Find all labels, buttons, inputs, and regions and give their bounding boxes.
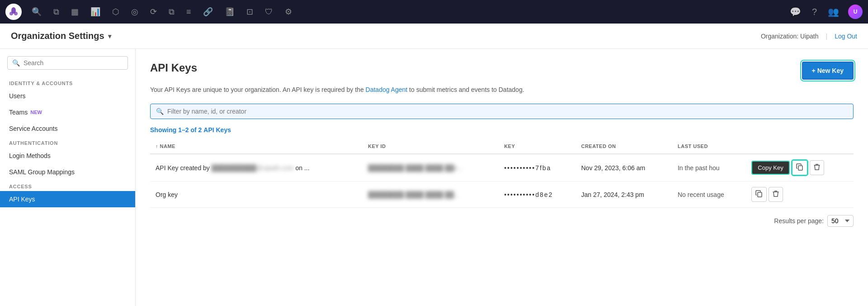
svg-point-2	[9, 12, 13, 15]
sidebar: 🔍 IDENTITY & ACCOUNTS Users Teams NEW Se…	[0, 49, 136, 306]
search-icon[interactable]: 🔍	[30, 5, 43, 19]
showing-range: 1–2	[178, 126, 190, 134]
filter-bar[interactable]: 🔍	[150, 104, 854, 119]
api-keys-table: NAME KEY ID KEY CREATED ON LAST USED API…	[150, 139, 854, 208]
logo[interactable]	[5, 4, 22, 20]
showing-text: Showing 1–2 of 2 API Keys	[150, 126, 854, 134]
main-title: API Keys	[150, 62, 197, 74]
top-navigation: 🔍 ⧉ ▦ 📊 ⬡ ◎ ⟳ ⧉ ≡ 🔗 📓 ⊡ 🛡 ⚙ 💬 ? 👥 U	[0, 0, 868, 24]
delete-key-button[interactable]	[810, 160, 824, 175]
notebook-icon[interactable]: 📓	[223, 5, 236, 19]
table-row: API Key created by ██████████@uipath.com…	[150, 154, 854, 182]
apm-icon[interactable]: ⟳	[148, 5, 159, 19]
copy-key-tooltip: Copy Key	[751, 161, 789, 175]
sidebar-item-label: API Keys	[9, 196, 35, 203]
sidebar-item-saml[interactable]: SAML Group Mappings	[0, 164, 135, 180]
sidebar-search-container[interactable]: 🔍	[7, 56, 128, 70]
security-icon[interactable]: 🛡	[263, 5, 275, 19]
config-icon[interactable]: ⚙	[283, 5, 294, 19]
per-page-select[interactable]: 10 25 50 100	[827, 215, 854, 227]
copy-key-button[interactable]	[751, 187, 767, 202]
sidebar-item-teams[interactable]: Teams NEW	[0, 104, 135, 120]
table-footer: Results per page: 10 25 50 100	[150, 215, 854, 227]
svg-point-3	[14, 12, 18, 15]
sidebar-item-service-accounts[interactable]: Service Accounts	[0, 120, 135, 137]
sidebar-search-icon: 🔍	[12, 59, 20, 67]
sidebar-item-label: Login Methods	[9, 152, 51, 159]
logout-button[interactable]: Log Out	[835, 33, 857, 40]
row1-key: ••••••••••7fba	[499, 154, 576, 182]
delete-key-button[interactable]	[769, 187, 783, 202]
description: Your API Keys are unique to your organiz…	[150, 85, 854, 95]
main-layout: 🔍 IDENTITY & ACCOUNTS Users Teams NEW Se…	[0, 49, 868, 306]
row2-key-id: ████████ ████ ████ ██...	[363, 182, 499, 208]
section-label-access: ACCESS	[0, 180, 135, 191]
col-created-on: CREATED ON	[576, 139, 672, 154]
sidebar-item-login-methods[interactable]: Login Methods	[0, 148, 135, 164]
integrations-icon[interactable]: ⬡	[110, 5, 121, 19]
section-label-auth: AUTHENTICATION	[0, 137, 135, 148]
results-per-page-label: Results per page:	[774, 217, 824, 225]
chevron-down-icon[interactable]: ▾	[108, 33, 111, 40]
team-icon[interactable]: 👥	[826, 5, 841, 19]
col-last-used: LAST USED	[672, 139, 746, 154]
link-icon[interactable]: 🔗	[201, 5, 215, 19]
row1-actions: Copy Key	[746, 154, 854, 182]
row1-key-id: ████████ ████ ████ ██e...	[363, 154, 499, 182]
org-label: Organization: Uipath	[761, 33, 819, 40]
table-header-row: NAME KEY ID KEY CREATED ON LAST USED	[150, 139, 854, 154]
datadog-agent-link[interactable]: Datadog Agent	[366, 86, 408, 93]
avatar[interactable]: U	[848, 5, 863, 19]
sidebar-item-label: Users	[9, 92, 26, 100]
rum-icon[interactable]: ⊡	[245, 5, 255, 19]
row1-last-used: In the past hou	[672, 154, 746, 182]
header-bar: Organization Settings ▾ Organization: Ui…	[0, 24, 868, 49]
new-key-button[interactable]: + New Key	[802, 62, 854, 80]
col-name[interactable]: NAME	[150, 139, 363, 154]
svg-rect-5	[758, 192, 762, 197]
logs-icon[interactable]: ≡	[184, 5, 193, 19]
col-key-id: KEY ID	[363, 139, 499, 154]
main-content: API Keys + New Key Your API Keys are uni…	[136, 49, 868, 306]
page-title: Organization Settings	[11, 31, 104, 41]
copy-key-button[interactable]	[792, 160, 808, 176]
sidebar-item-label: Teams	[9, 109, 28, 116]
search-input[interactable]	[24, 59, 123, 67]
row2-key: ••••••••••d8e2	[499, 182, 576, 208]
binoculars-icon[interactable]: ⧉	[52, 5, 61, 19]
new-badge: NEW	[30, 110, 42, 115]
row2-created-on: Jan 27, 2024, 2:43 pm	[576, 182, 672, 208]
col-key: KEY	[499, 139, 576, 154]
filter-search-icon: 🔍	[156, 108, 164, 115]
row1-created-on: Nov 29, 2023, 6:06 am	[576, 154, 672, 182]
table-row: Org key ████████ ████ ████ ██... •••••••…	[150, 182, 854, 208]
row2-name: Org key	[150, 182, 363, 208]
monitors-icon[interactable]: ◎	[129, 5, 140, 19]
col-actions	[746, 139, 854, 154]
chat-icon[interactable]: 💬	[788, 5, 803, 19]
filter-input[interactable]	[167, 108, 848, 115]
svg-rect-4	[798, 166, 802, 170]
sidebar-item-api-keys[interactable]: API Keys	[0, 191, 135, 207]
metrics-icon[interactable]: 📊	[89, 5, 102, 19]
help-icon[interactable]: ?	[810, 5, 819, 19]
sidebar-item-label: Service Accounts	[9, 125, 57, 132]
sidebar-item-users[interactable]: Users	[0, 88, 135, 104]
dashboard-icon[interactable]: ▦	[69, 5, 80, 19]
row2-actions	[746, 182, 854, 208]
section-label-identity: IDENTITY & ACCOUNTS	[0, 77, 135, 88]
sidebar-item-label: SAML Group Mappings	[9, 168, 75, 176]
row1-name: API Key created by ██████████@uipath.com…	[150, 154, 363, 182]
row2-last-used: No recent usage	[672, 182, 746, 208]
puzzle-icon[interactable]: ⧉	[167, 5, 176, 19]
